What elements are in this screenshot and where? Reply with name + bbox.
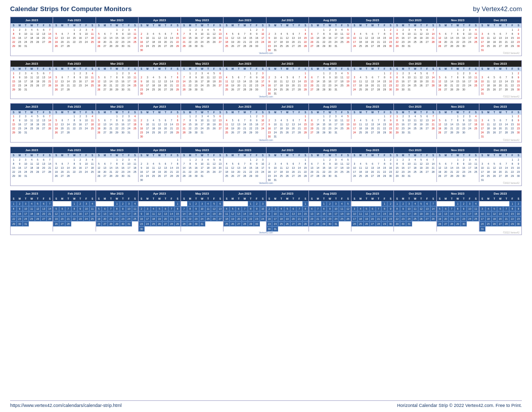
- calendar-strip-2: Jan 2023SMTWTFS1234567891011121314151617…: [10, 60, 522, 100]
- page-title: Calendar Strips for Computer Monitors: [10, 5, 132, 13]
- calendar-strip-4: Jan 2023SMTWTFS1234567891011121314151617…: [10, 147, 522, 186]
- calendar-strip-5: Jan 2023SMTWTFS1234567891011121314151617…: [10, 190, 522, 236]
- calendar-strip-3: Jan 2023SMTWTFS1234567891011121314151617…: [10, 103, 522, 143]
- strip-wrapper-1: Jan 2023SMTWTFS1234567891011121314151617…: [10, 17, 522, 56]
- calendar-strip-1: Jan 2023SMTWTFS1234567891011121314151617…: [10, 17, 522, 56]
- strip-wrapper-4: Jan 2023SMTWTFS1234567891011121314151617…: [10, 147, 522, 186]
- footer-url[interactable]: https://www.vertex42.com/calendars/calen…: [10, 403, 122, 408]
- strip-wrapper-3: Jan 2023SMTWTFS1234567891011121314151617…: [10, 103, 522, 143]
- strip-wrapper-2: Jan 2023SMTWTFS1234567891011121314151617…: [10, 60, 522, 100]
- footer-copyright: Horizontal Calendar Strip © 2022 Vertex4…: [397, 403, 522, 408]
- page-brand: by Vertex42.com: [473, 5, 522, 13]
- strip-wrapper-5: Jan 2023SMTWTFS1234567891011121314151617…: [10, 190, 522, 236]
